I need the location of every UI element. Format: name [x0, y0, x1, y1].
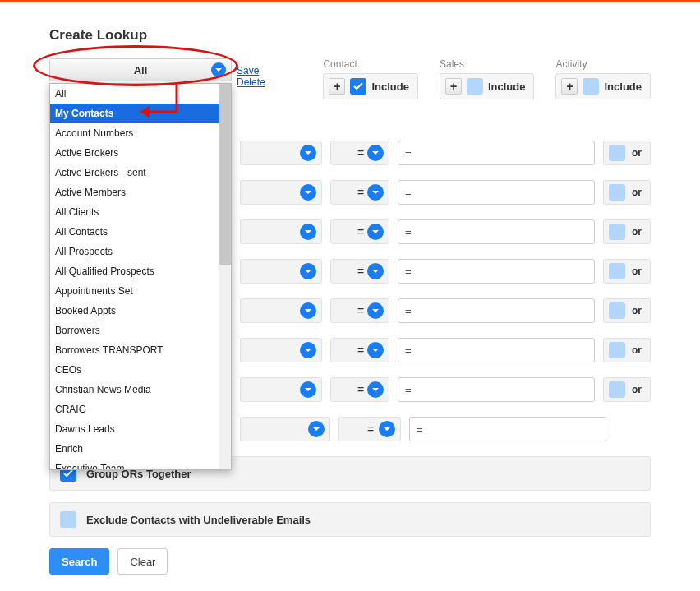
- dropdown-item[interactable]: Enrich: [50, 439, 219, 459]
- dropdown-item[interactable]: All Contacts: [50, 222, 219, 242]
- dropdown-item[interactable]: Borrowers TRANSPORT: [50, 340, 219, 360]
- or-checkbox[interactable]: [609, 342, 625, 358]
- or-label: or: [632, 187, 642, 198]
- filter-operator-select[interactable]: =: [330, 180, 389, 205]
- chevron-down-icon: [300, 263, 316, 279]
- include-activity-text: Include: [604, 81, 642, 93]
- filter-operator-select[interactable]: =: [330, 377, 389, 402]
- filter-field-select[interactable]: [240, 338, 322, 362]
- delete-link[interactable]: Delete: [237, 76, 265, 88]
- or-checkbox[interactable]: [609, 263, 625, 279]
- add-sales-button[interactable]: +: [445, 78, 462, 95]
- or-toggle[interactable]: or: [603, 338, 651, 362]
- chevron-down-icon: [367, 381, 384, 398]
- or-checkbox[interactable]: [609, 302, 625, 319]
- clear-button[interactable]: Clear: [117, 548, 168, 575]
- chevron-down-icon: [367, 184, 384, 201]
- chevron-down-icon: [300, 145, 316, 161]
- filter-operator-select[interactable]: =: [338, 417, 401, 441]
- or-label: or: [632, 265, 642, 277]
- filter-operator-select[interactable]: =: [330, 141, 389, 165]
- dropdown-scroll-thumb[interactable]: [219, 84, 231, 265]
- or-checkbox[interactable]: [609, 184, 625, 201]
- filter-value-input[interactable]: [398, 219, 595, 244]
- exclude-undeliverable-label: Exclude Contacts with Undeliverable Emai…: [86, 514, 311, 526]
- dropdown-item[interactable]: All: [50, 84, 219, 104]
- include-contact-checkbox[interactable]: [350, 78, 366, 95]
- filter-field-select[interactable]: [240, 180, 322, 205]
- dropdown-item[interactable]: Booked Appts: [50, 301, 219, 321]
- chevron-down-icon: [379, 421, 395, 437]
- filter-field-select[interactable]: [240, 219, 322, 244]
- or-checkbox[interactable]: [609, 145, 625, 161]
- or-toggle[interactable]: or: [603, 141, 651, 165]
- dropdown-item[interactable]: Active Brokers: [50, 143, 219, 163]
- include-sales-checkbox[interactable]: [467, 78, 483, 95]
- or-toggle[interactable]: or: [603, 377, 651, 402]
- filter-value-input[interactable]: [398, 298, 595, 323]
- dropdown-item[interactable]: Account Numbers: [50, 123, 219, 143]
- dropdown-item[interactable]: Appointments Set: [50, 281, 219, 301]
- or-toggle[interactable]: or: [603, 219, 651, 244]
- or-label: or: [632, 147, 642, 159]
- or-label: or: [632, 344, 642, 356]
- filter-operator-select[interactable]: =: [330, 298, 389, 323]
- filter-field-select[interactable]: [240, 259, 322, 284]
- filter-value-input[interactable]: [398, 377, 595, 402]
- search-button[interactable]: Search: [49, 548, 109, 575]
- filter-operator-select[interactable]: =: [330, 219, 389, 244]
- filter-field-select[interactable]: [240, 298, 322, 323]
- chevron-down-icon: [211, 62, 226, 77]
- or-toggle[interactable]: or: [603, 298, 651, 323]
- dropdown-item[interactable]: My Contacts: [50, 104, 219, 123]
- filter-value-input[interactable]: [398, 141, 595, 165]
- dropdown-item[interactable]: All Prospects: [50, 242, 219, 261]
- chevron-down-icon: [300, 342, 316, 358]
- filter-value-input[interactable]: [398, 338, 595, 362]
- or-label: or: [632, 226, 642, 238]
- filter-operator-select[interactable]: =: [330, 259, 389, 284]
- page-title: Create Lookup: [49, 27, 651, 44]
- dropdown-item[interactable]: All Clients: [50, 202, 219, 222]
- operator-value: =: [354, 304, 367, 317]
- chevron-down-icon: [300, 302, 316, 319]
- or-label: or: [632, 305, 642, 316]
- dropdown-item[interactable]: Christian News Media: [50, 380, 219, 399]
- dropdown-item[interactable]: Dawns Leads: [50, 419, 219, 439]
- lookup-dropdown: AllMy ContactsAccount NumbersActive Brok…: [49, 83, 232, 470]
- filter-value-input[interactable]: [398, 259, 595, 284]
- filter-field-select[interactable]: [240, 141, 322, 165]
- dropdown-item[interactable]: Borrowers: [50, 321, 219, 340]
- add-contact-button[interactable]: +: [329, 78, 345, 95]
- add-activity-button[interactable]: +: [561, 78, 578, 95]
- chevron-down-icon: [300, 184, 316, 201]
- dropdown-item[interactable]: Executive Team: [50, 459, 219, 470]
- include-sales-label: Sales: [440, 58, 535, 70]
- filter-operator-select[interactable]: =: [330, 338, 389, 362]
- dropdown-item[interactable]: Active Brokers - sent: [50, 163, 219, 182]
- exclude-undeliverable-panel: Exclude Contacts with Undeliverable Emai…: [49, 502, 651, 537]
- operator-value: =: [354, 225, 367, 238]
- filter-value-input[interactable]: [398, 180, 595, 205]
- save-link[interactable]: Save: [237, 65, 259, 76]
- filter-field-select[interactable]: [240, 417, 330, 441]
- exclude-undeliverable-checkbox[interactable]: [60, 511, 76, 528]
- lookup-select[interactable]: All: [49, 58, 232, 81]
- dropdown-scrollbar[interactable]: [219, 84, 231, 469]
- operator-value: =: [354, 186, 367, 199]
- include-contact-text: Include: [371, 81, 409, 93]
- or-toggle[interactable]: or: [603, 180, 651, 205]
- dropdown-item[interactable]: CRAIG: [50, 399, 219, 419]
- dropdown-item[interactable]: CEOs: [50, 360, 219, 380]
- dropdown-item[interactable]: All Qualified Prospects: [50, 261, 219, 281]
- chevron-down-icon: [367, 145, 384, 161]
- dropdown-item[interactable]: Active Members: [50, 182, 219, 202]
- include-activity-checkbox[interactable]: [583, 78, 599, 95]
- include-contact-label: Contact: [323, 58, 418, 70]
- filter-value-input[interactable]: [409, 417, 606, 441]
- filter-field-select[interactable]: [240, 377, 322, 402]
- or-checkbox[interactable]: [609, 224, 625, 240]
- or-checkbox[interactable]: [609, 381, 625, 398]
- include-sales-text: Include: [488, 81, 526, 93]
- or-toggle[interactable]: or: [603, 259, 651, 284]
